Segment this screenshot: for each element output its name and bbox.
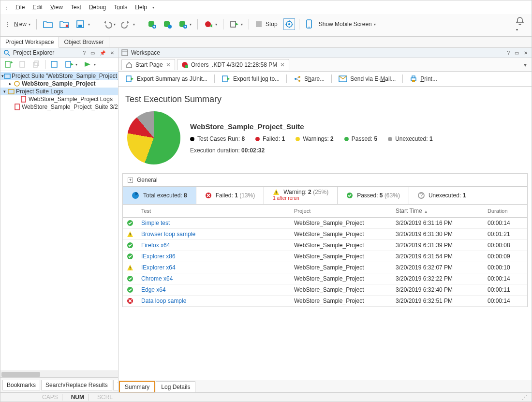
test-link[interactable]: IExplorer x86 [137, 251, 290, 262]
table-row[interactable]: Chrome x64WebStore_Sample_Project3/20/20… [123, 273, 527, 284]
project-tree[interactable]: ▾ Project Suite 'WebStore_Sample_Project… [0, 71, 118, 371]
run-project-button[interactable]: ▾ [81, 60, 98, 69]
menu-test[interactable]: Test [67, 2, 85, 12]
help-icon[interactable]: ? [82, 50, 87, 56]
collapse-icon[interactable]: ▾ [1, 89, 7, 94]
notifications-button[interactable]: ▾ [512, 15, 528, 33]
export-junit-button[interactable]: Export Summary as JUnit... [122, 74, 210, 84]
stat-tab-warning[interactable]: Warning: 2 (25%) 1 after rerun [264, 187, 338, 204]
test-link[interactable]: Chrome x64 [137, 273, 290, 284]
menu-tools[interactable]: Tools [110, 2, 131, 12]
resize-grip-icon[interactable]: ⋰ [522, 394, 528, 401]
svg-rect-22 [66, 61, 71, 67]
test-link[interactable]: Simple test [137, 218, 290, 228]
tab-bookmarks[interactable]: Bookmarks [2, 380, 40, 390]
close-icon[interactable]: ✕ [523, 50, 529, 56]
share-button[interactable]: Share...Share... [291, 74, 327, 84]
tree-suite-row[interactable]: ▾ Project Suite 'WebStore_Sample_Project… [0, 72, 118, 80]
stat-tab-failed[interactable]: Failed: 1 (13%) [196, 187, 264, 204]
test-link[interactable]: Data loop sample [137, 296, 290, 306]
email-button[interactable]: Send via E-Mail...Send via E-Mail... [336, 74, 399, 84]
col-duration[interactable]: Duration [484, 205, 527, 217]
help-icon[interactable]: ? [506, 50, 511, 56]
open-folder-button[interactable] [41, 19, 55, 30]
window-pos-icon[interactable]: ▭ [89, 50, 96, 56]
table-row[interactable]: Edge x64WebStore_Sample_Project3/20/2019… [123, 284, 527, 296]
add-item-button[interactable] [2, 60, 15, 69]
general-section[interactable]: + General [122, 173, 528, 186]
tab-summary[interactable]: Summary [119, 381, 155, 392]
table-row[interactable]: Simple testWebStore_Sample_Project3/20/2… [123, 218, 527, 229]
window-pos-icon[interactable]: ▭ [514, 50, 520, 56]
close-tab-icon[interactable]: ✕ [166, 61, 171, 68]
stat-tab-unexecuted[interactable]: ? Unexecuted: 1 [409, 187, 474, 204]
table-row[interactable]: IExplorer x86WebStore_Sample_Project3/20… [123, 251, 527, 262]
test-link[interactable]: IExplorer x64 [137, 262, 290, 273]
run-from-button[interactable]: ▾ [63, 60, 79, 69]
tab-truncated[interactable]: T [113, 380, 118, 390]
svg-rect-11 [256, 21, 262, 27]
report-actions: Export Summary as JUnit... Export full l… [118, 72, 532, 87]
pin-icon[interactable]: 📌 [99, 50, 106, 56]
tab-object-browser[interactable]: Object Browser [59, 37, 109, 47]
test-link[interactable]: Firefox x64 [137, 240, 290, 251]
stat-tab-total[interactable]: Total executed: 8 [123, 187, 196, 204]
run-button[interactable]: ▾ [227, 19, 245, 30]
logs-icon [7, 88, 15, 95]
menu-view[interactable]: View [47, 2, 66, 12]
stat-tab-passed[interactable]: Passed: 5 (63%) [338, 187, 409, 204]
start-cell: 3/20/2019 6:31:54 PM [392, 251, 484, 262]
col-start[interactable]: Start Time▲ [392, 205, 484, 217]
test-link[interactable]: Browser loop sample [137, 229, 290, 239]
tab-project-workspace[interactable]: Project Workspace [0, 37, 59, 48]
tab-orders[interactable]: Orders_.KDT 4/3/20 12:28:58 PM ✕ [177, 59, 290, 70]
duration-cell: 00:00:08 [484, 240, 527, 251]
stop-button[interactable]: Stop [253, 19, 281, 29]
tab-overflow-icon[interactable]: ▾ [522, 60, 529, 70]
target-button[interactable] [283, 18, 295, 30]
add-file-button[interactable] [17, 60, 29, 69]
tab-search-replace[interactable]: Search/Replace Results [41, 380, 112, 390]
tree-logs-row[interactable]: ▾ Project Suite Logs [0, 88, 118, 95]
tab-log-details[interactable]: Log Details [156, 381, 195, 392]
copy-button[interactable] [30, 60, 42, 69]
col-test[interactable]: Test [137, 205, 290, 217]
close-icon[interactable]: ✕ [109, 50, 115, 56]
record-button[interactable]: ▾ [202, 19, 219, 30]
col-project[interactable]: Project [290, 205, 392, 217]
tree-log-a-row[interactable]: WebStore_Sample_Project Logs [0, 95, 118, 103]
tab-start-page[interactable]: Start Page ✕ [121, 59, 175, 70]
table-row[interactable]: IExplorer x64WebStore_Sample_Project3/20… [123, 262, 527, 273]
close-tab-icon[interactable]: ✕ [280, 61, 285, 68]
db-world-button[interactable] [161, 19, 174, 30]
table-row[interactable]: Browser loop sampleWebStore_Sample_Proje… [123, 229, 527, 240]
test-link[interactable]: Edge x64 [137, 284, 290, 295]
table-row[interactable]: Firefox x64WebStore_Sample_Project3/20/2… [123, 240, 527, 251]
menu-help[interactable]: Help [132, 2, 150, 12]
close-folder-button[interactable] [57, 19, 72, 30]
document-tabs: Start Page ✕ Orders_.KDT 4/3/20 12:28:58… [118, 58, 532, 72]
tree-log-b-row[interactable]: WebStore_Sample_Project_Suite 3/20/2019 [0, 103, 118, 111]
menu-debug[interactable]: Debug [86, 2, 109, 12]
db-add-button[interactable] [145, 19, 159, 30]
menu-overflow-icon[interactable]: ▾ [152, 5, 154, 10]
status-icon [123, 251, 137, 262]
menu-file[interactable]: FFileile [12, 2, 28, 12]
save-button[interactable]: ▾ [74, 19, 92, 30]
export-log-button[interactable]: Export full log to...Export full log to.… [219, 74, 282, 84]
expand-icon[interactable]: ▸ [7, 81, 13, 86]
undo-button[interactable]: ▾ [100, 19, 118, 30]
grid-header[interactable]: Test Project Start Time▲ Duration [123, 205, 527, 218]
db-gear-button[interactable]: ▾ [176, 19, 193, 30]
horizontal-scrollbar[interactable] [0, 371, 118, 377]
tree-project-row[interactable]: ▸ WebStore_Sample_Project [0, 80, 118, 88]
save-all-button[interactable] [48, 60, 61, 69]
redo-button[interactable]: ▾ [119, 19, 137, 30]
show-mobile-button[interactable]: Show Mobile Screen ▾ [317, 20, 378, 29]
table-row[interactable]: Data loop sampleWebStore_Sample_Project3… [123, 296, 527, 307]
new-button[interactable]: NNewew ▾ [12, 20, 32, 29]
mobile-icon[interactable] [303, 18, 315, 30]
menu-edit[interactable]: Edit [29, 2, 46, 12]
expand-icon[interactable]: + [128, 178, 133, 183]
print-button[interactable]: Print...Print... [407, 74, 440, 84]
